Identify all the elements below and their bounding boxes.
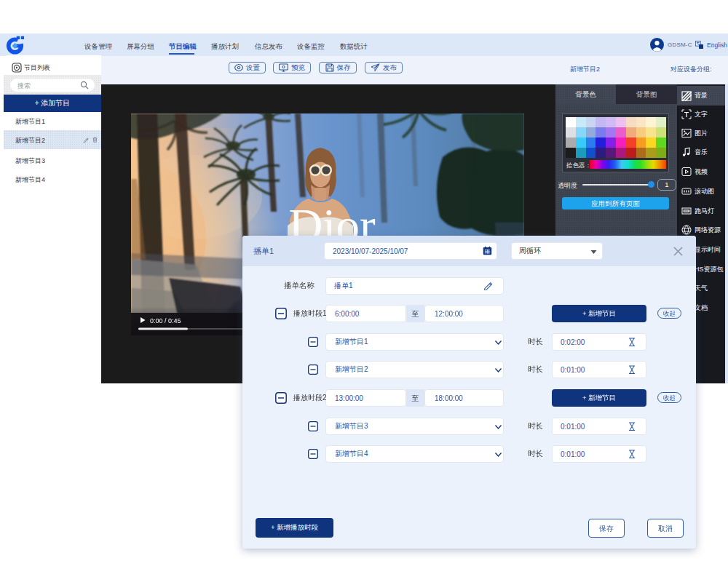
svg-text:0:00 / 0:45: 0:00 / 0:45	[150, 317, 181, 324]
